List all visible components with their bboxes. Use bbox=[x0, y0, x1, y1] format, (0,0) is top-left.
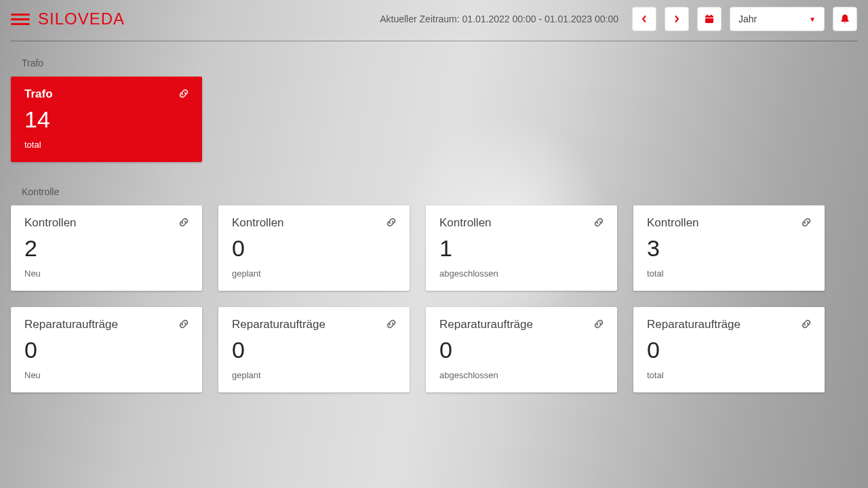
calendar-icon bbox=[704, 14, 715, 24]
card-sub: total bbox=[647, 370, 811, 380]
section-title-kontrolle: Kontrolle bbox=[22, 186, 857, 197]
card-link-button[interactable] bbox=[176, 317, 191, 331]
card-kontrollen-geplant[interactable]: Kontrollen 0 geplant bbox=[218, 205, 410, 291]
card-kontrollen-neu[interactable]: Kontrollen 2 Neu bbox=[11, 205, 202, 291]
timerange-label: Aktueller Zeitraum: 01.01.2022 00:00 - 0… bbox=[380, 14, 618, 24]
card-title: Reparaturaufträge bbox=[24, 318, 189, 331]
card-title: Reparaturaufträge bbox=[232, 318, 396, 331]
card-value: 0 bbox=[232, 235, 396, 262]
card-value: 3 bbox=[647, 235, 811, 262]
card-value: 0 bbox=[647, 337, 811, 363]
card-title: Reparaturaufträge bbox=[647, 318, 811, 331]
card-value: 0 bbox=[24, 337, 189, 363]
link-icon bbox=[177, 317, 191, 331]
link-icon bbox=[384, 317, 398, 331]
prev-period-button[interactable] bbox=[632, 7, 656, 31]
card-link-button[interactable] bbox=[799, 215, 814, 230]
card-link-button[interactable] bbox=[176, 86, 191, 101]
svg-rect-1 bbox=[705, 18, 713, 18]
card-link-button[interactable] bbox=[591, 215, 606, 230]
card-link-button[interactable] bbox=[799, 317, 814, 331]
card-title: Kontrollen bbox=[232, 216, 396, 230]
card-title: Kontrollen bbox=[647, 216, 811, 230]
link-icon bbox=[177, 87, 191, 100]
card-title: Kontrollen bbox=[24, 216, 189, 230]
card-title: Trafo bbox=[24, 87, 189, 101]
menu-button[interactable] bbox=[11, 9, 30, 28]
card-reparatur-neu[interactable]: Reparaturaufträge 0 Neu bbox=[11, 307, 202, 392]
notifications-button[interactable] bbox=[833, 7, 857, 31]
card-link-button[interactable] bbox=[176, 215, 191, 230]
card-link-button[interactable] bbox=[591, 317, 606, 331]
link-icon bbox=[800, 216, 813, 229]
card-sub: geplant bbox=[232, 268, 396, 279]
caret-down-icon: ▼ bbox=[809, 16, 816, 23]
svg-rect-2 bbox=[707, 15, 708, 17]
chevron-right-icon bbox=[673, 16, 680, 22]
card-title: Kontrollen bbox=[439, 216, 604, 230]
app-header: SILOVEDA Aktueller Zeitraum: 01.01.2022 … bbox=[0, 0, 868, 38]
brand-title: SILOVEDA bbox=[38, 9, 125, 28]
next-period-button[interactable] bbox=[665, 7, 689, 31]
section-title-trafo: Trafo bbox=[22, 58, 857, 68]
card-kontrollen-abgeschlossen[interactable]: Kontrollen 1 abgeschlossen bbox=[426, 205, 617, 291]
period-dropdown-label: Jahr bbox=[738, 14, 757, 24]
row-kontrollen: Kontrollen 2 Neu Kontrollen 0 geplant Ko… bbox=[11, 205, 857, 307]
link-icon bbox=[592, 216, 606, 229]
card-link-button[interactable] bbox=[384, 317, 399, 331]
card-trafo-total[interactable]: Trafo 14 total bbox=[11, 77, 202, 162]
dashboard-content: Trafo Trafo 14 total Kontrolle Kontrolle… bbox=[0, 41, 868, 425]
card-sub: abgeschlossen bbox=[439, 268, 604, 279]
card-sub: geplant bbox=[232, 370, 396, 380]
calendar-button[interactable] bbox=[697, 7, 722, 31]
card-sub: abgeschlossen bbox=[439, 370, 604, 380]
link-icon bbox=[592, 317, 606, 331]
svg-rect-0 bbox=[705, 16, 713, 23]
card-sub: Neu bbox=[24, 268, 189, 279]
svg-rect-3 bbox=[711, 15, 712, 17]
link-icon bbox=[177, 216, 191, 229]
card-sub: Neu bbox=[24, 370, 189, 380]
bell-icon bbox=[840, 14, 850, 24]
card-value: 14 bbox=[24, 106, 189, 133]
card-sub: total bbox=[647, 268, 811, 279]
card-title: Reparaturaufträge bbox=[439, 318, 604, 331]
card-reparatur-abgeschlossen[interactable]: Reparaturaufträge 0 abgeschlossen bbox=[426, 307, 617, 392]
card-value: 1 bbox=[439, 235, 604, 262]
period-dropdown[interactable]: Jahr ▼ bbox=[730, 7, 825, 31]
card-link-button[interactable] bbox=[384, 215, 399, 230]
card-kontrollen-total[interactable]: Kontrollen 3 total bbox=[633, 205, 825, 291]
row-reparatur: Reparaturaufträge 0 Neu Reparaturaufträg… bbox=[11, 307, 857, 409]
card-value: 0 bbox=[439, 337, 604, 363]
card-value: 2 bbox=[24, 235, 189, 262]
link-icon bbox=[800, 317, 813, 331]
chevron-left-icon bbox=[641, 16, 648, 22]
row-trafo: Trafo 14 total bbox=[11, 77, 857, 178]
link-icon bbox=[384, 216, 398, 229]
card-reparatur-total[interactable]: Reparaturaufträge 0 total bbox=[633, 307, 825, 392]
card-value: 0 bbox=[232, 337, 396, 363]
card-sub: total bbox=[24, 140, 189, 150]
card-reparatur-geplant[interactable]: Reparaturaufträge 0 geplant bbox=[218, 307, 410, 392]
